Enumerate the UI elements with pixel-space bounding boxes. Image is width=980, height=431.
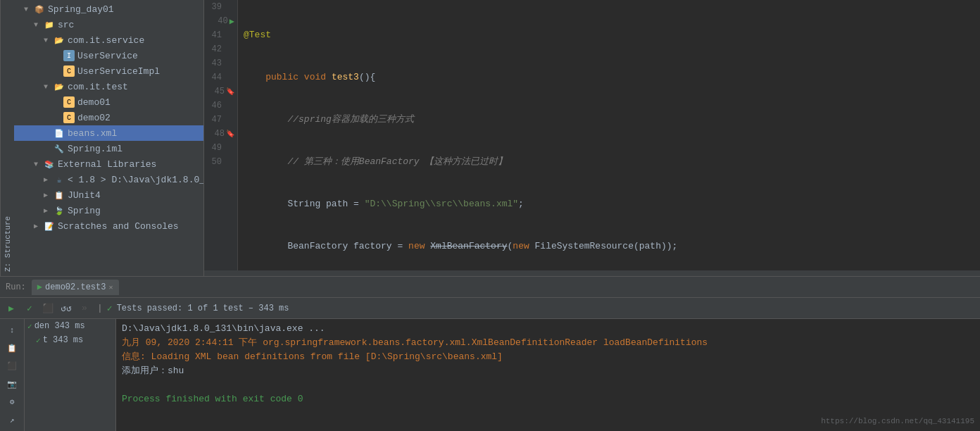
xml-icon-beans: 📄 [54, 127, 65, 139]
output-line-2: 九月 09, 2020 2:44:11 下午 org.springframewo… [122, 336, 974, 350]
run-more-button[interactable]: » [76, 300, 93, 317]
gutter-line-41: 41 [204, 28, 237, 42]
tree-item-external-libs[interactable]: ▼ 📚 External Libraries [14, 156, 203, 172]
class-icon-userserviceimpl: C [63, 65, 75, 77]
tree-label-userservice: UserService [77, 51, 138, 61]
tree-item-com-it-service[interactable]: ▼ 📂 com.it.service [14, 32, 203, 48]
code-line-43: String path = "D:\\Spring\\src\\beans.xm… [238, 197, 980, 211]
editor-scrollbar-h[interactable] [204, 270, 980, 276]
output-line-1: D:\Java\jdk1.8.0_131\bin\java.exe ... [122, 322, 974, 336]
junit-icon: 📋 [54, 189, 65, 201]
arrow-userserviceimpl [54, 68, 63, 75]
tree-item-demo01[interactable]: C demo01 [14, 94, 203, 110]
line-num-42: 42 [208, 44, 222, 54]
run-tab-close[interactable]: ✕ [108, 283, 113, 292]
tree-label-com-it-service: com.it.service [68, 35, 144, 46]
jdk-icon: ☕ [54, 174, 65, 185]
run-sidebar-icon-1[interactable]: ↕ [4, 322, 20, 339]
tree-label-demo02: demo02 [77, 113, 111, 123]
run-toolbar: ▶ ✓ ⬛ ↺↺ » | ✓ Tests passed: 1 of 1 test… [0, 298, 980, 319]
line-num-41: 41 [208, 30, 222, 40]
gutter-line-49: 49 [204, 141, 237, 155]
gutter-line-47: 47 [204, 113, 237, 127]
run-rerun-button[interactable]: ↺↺ [58, 300, 75, 317]
tree-label-com-it-test: com.it.test [68, 82, 128, 92]
run-check-button[interactable]: ✓ [21, 300, 38, 317]
run-tab-bar: Run: ▶ demo02.test3 ✕ [0, 277, 980, 298]
arrow-spring-day01: ▼ [24, 6, 34, 13]
project-tree: ▼ 📦 Spring_day01 ▼ 📁 src ▼ 📂 com.it.serv… [14, 0, 204, 276]
arrow-jdk18: ▶ [44, 175, 54, 184]
package-icon-test: 📂 [54, 81, 65, 92]
test-tree-item-t[interactable]: ✓ t 343 ms [25, 333, 115, 347]
test-tree-item-den[interactable]: ✓ den 343 ms [25, 319, 115, 333]
gutter: 39 40 ▶ 41 42 43 [204, 0, 238, 270]
arrow-beans-xml [44, 130, 54, 137]
output-line-5 [122, 378, 974, 392]
gutter-line-45: 45 🔖 [204, 85, 237, 99]
structure-tab-label: Z: Structure [4, 216, 12, 272]
bookmark-icon-45: 🔖 [226, 87, 234, 96]
run-output: D:\Java\jdk1.8.0_131\bin\java.exe ... 九月… [116, 319, 980, 431]
tree-item-spring-day01[interactable]: ▼ 📦 Spring_day01 [14, 1, 203, 17]
run-sidebar-icon-4[interactable]: 📷 [4, 376, 20, 393]
run-tab-demo02[interactable]: ▶ demo02.test3 ✕ [32, 280, 119, 295]
run-play-button[interactable]: ▶ [3, 300, 20, 317]
code-line-44: BeanFactory factory = new XmlBeanFactory… [238, 239, 980, 254]
line-num-48: 48 [211, 129, 225, 139]
arrow-external-libs: ▼ [34, 161, 44, 168]
tree-item-demo02[interactable]: C demo02 [14, 110, 203, 125]
gutter-line-39: 39 [204, 0, 237, 14]
code-line-39: @Test [238, 28, 980, 42]
arrow-demo02 [54, 114, 63, 122]
tree-label-userserviceimpl: UserServiceImpl [77, 66, 160, 77]
tree-label-spring-lib: Spring [68, 206, 101, 216]
run-stop-button[interactable]: ⬛ [39, 300, 56, 317]
gutter-line-46: 46 [204, 99, 237, 113]
tree-item-src[interactable]: ▼ 📁 src [14, 17, 203, 32]
gutter-line-50: 50 [204, 155, 237, 169]
arrow-spring-iml [44, 145, 54, 153]
structure-tab[interactable]: Z: Structure [0, 0, 14, 276]
gutter-line-43: 43 [204, 56, 237, 70]
line-num-44: 44 [208, 73, 222, 82]
tree-item-userservice[interactable]: I UserService [14, 48, 203, 63]
tree-item-spring-iml[interactable]: 🔧 Spring.iml [14, 141, 203, 156]
gutter-line-48: 48 🔖 [204, 127, 237, 141]
interface-icon-userservice: I [63, 50, 75, 61]
test-check-den: ✓ [27, 322, 32, 331]
tree-item-beans-xml[interactable]: 📄 beans.xml [14, 125, 203, 141]
run-separator: | [94, 303, 106, 313]
run-sidebar-icon-5[interactable]: ⚙ [4, 394, 20, 411]
run-sidebar-icon-3[interactable]: ⬛ [4, 358, 20, 375]
library-icon: 📚 [44, 158, 55, 170]
editor-content: 39 40 ▶ 41 42 43 [204, 0, 980, 270]
tree-item-spring-lib[interactable]: ▶ 🍃 Spring [14, 203, 203, 218]
arrow-scratches: ▶ [34, 222, 44, 230]
run-gutter-icon-40[interactable]: ▶ [230, 16, 234, 27]
test-label-den: den 343 ms [34, 321, 85, 331]
tree-item-junit4[interactable]: ▶ 📋 JUnit4 [14, 187, 203, 203]
package-icon-service: 📂 [54, 35, 65, 46]
arrow-spring-lib: ▶ [44, 206, 54, 215]
run-test-tree: ✓ den 343 ms ✓ t 343 ms [25, 319, 116, 431]
tree-label-jdk18: < 1.8 > D:\Java\jdk1.8.0_131 [68, 175, 204, 185]
code-editor[interactable]: @Test public void test3(){ //spring容器加载的… [238, 0, 980, 270]
class-icon-demo02: C [63, 112, 75, 123]
tree-item-userserviceimpl[interactable]: C UserServiceImpl [14, 63, 203, 79]
tree-label-demo01: demo01 [77, 97, 111, 108]
line-num-46: 46 [208, 101, 222, 111]
arrow-src: ▼ [34, 21, 44, 29]
tree-label-scratches: Scratches and Consoles [58, 221, 179, 232]
tree-item-jdk18[interactable]: ▶ ☕ < 1.8 > D:\Java\jdk1.8.0_131 [14, 172, 203, 187]
gutter-line-42: 42 [204, 42, 237, 56]
tree-item-scratches[interactable]: ▶ 📝 Scratches and Consoles [14, 218, 203, 234]
run-label: Run: [6, 282, 26, 292]
tree-item-com-it-test[interactable]: ▼ 📂 com.it.test [14, 79, 203, 94]
test-check-t: ✓ [36, 336, 41, 345]
run-tab-icon: ▶ [37, 282, 42, 292]
run-left-bar: ↕ 📋 ⬛ 📷 ⚙ ↗ [0, 319, 25, 431]
run-sidebar-icon-2[interactable]: 📋 [4, 340, 20, 357]
run-sidebar-icon-6[interactable]: ↗ [4, 412, 20, 429]
folder-icon-src: 📁 [44, 19, 55, 30]
